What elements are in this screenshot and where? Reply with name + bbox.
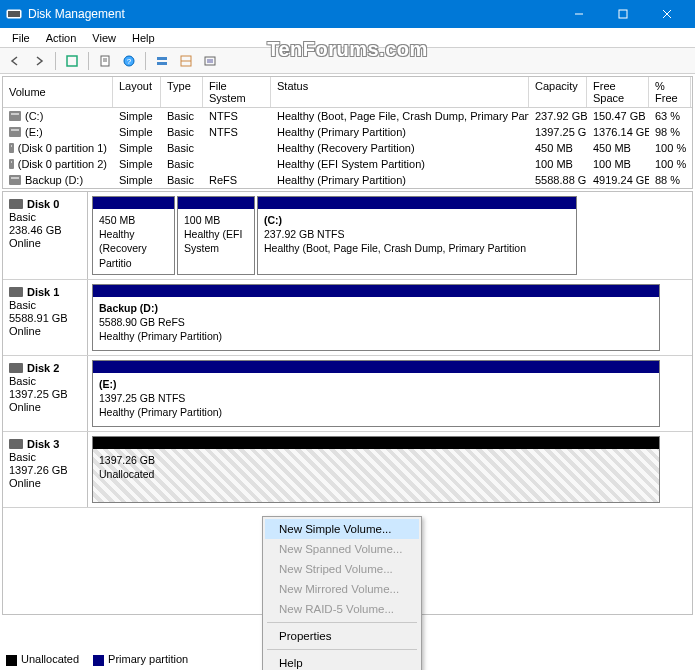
partition-unallocated[interactable]: 1397.26 GBUnallocated [92,436,660,503]
disk-label[interactable]: Disk 3Basic1397.26 GBOnline [3,432,88,507]
legend: Unallocated Primary partition [6,653,188,666]
close-button[interactable] [645,0,689,28]
context-item: New Mirrored Volume... [265,579,419,599]
app-icon [6,6,22,22]
col-layout[interactable]: Layout [113,77,161,107]
volume-row[interactable]: (C:)SimpleBasicNTFSHealthy (Boot, Page F… [3,108,692,124]
col-capacity[interactable]: Capacity [529,77,587,107]
context-item: New RAID-5 Volume... [265,599,419,619]
col-volume[interactable]: Volume [3,77,113,107]
menubar: File Action View Help [0,28,695,48]
partition[interactable]: (C:)237.92 GB NTFSHealthy (Boot, Page Fi… [257,196,577,275]
volume-list-header: Volume Layout Type File System Status Ca… [3,77,692,108]
svg-rect-12 [157,57,167,60]
disk-row: Disk 2Basic1397.25 GBOnline(E:)1397.25 G… [3,356,692,432]
context-separator [267,649,417,650]
tool-icon-1[interactable] [151,50,173,72]
menu-action[interactable]: Action [38,30,85,46]
help-icon[interactable]: ? [118,50,140,72]
drive-icon [9,143,14,153]
col-fs[interactable]: File System [203,77,271,107]
volume-row[interactable]: (Disk 0 partition 2)SimpleBasicHealthy (… [3,156,692,172]
context-item[interactable]: Help [265,653,419,670]
disk-icon [9,439,23,449]
svg-text:?: ? [127,57,132,66]
drive-icon [9,111,21,121]
context-menu: New Simple Volume...New Spanned Volume..… [262,516,422,670]
context-separator [267,622,417,623]
refresh-icon[interactable] [61,50,83,72]
tool-icon-3[interactable] [199,50,221,72]
disk-row: Disk 3Basic1397.26 GBOnline1397.26 GBUna… [3,432,692,508]
context-item: New Spanned Volume... [265,539,419,559]
disk-label[interactable]: Disk 2Basic1397.25 GBOnline [3,356,88,431]
drive-icon [9,175,21,185]
context-item[interactable]: New Simple Volume... [265,519,419,539]
disk-icon [9,199,23,209]
legend-primary-label: Primary partition [108,653,188,665]
col-status[interactable]: Status [271,77,529,107]
disk-label[interactable]: Disk 0Basic238.46 GBOnline [3,192,88,279]
menu-file[interactable]: File [4,30,38,46]
drive-icon [9,127,21,137]
col-pct[interactable]: % Free [649,77,691,107]
disk-label[interactable]: Disk 1Basic5588.91 GBOnline [3,280,88,355]
toolbar: ? [0,48,695,74]
svg-rect-17 [207,59,213,63]
legend-unalloc-label: Unallocated [21,653,79,665]
minimize-button[interactable] [557,0,601,28]
context-item[interactable]: Properties [265,626,419,646]
legend-primary-swatch [93,655,104,666]
tool-icon-2[interactable] [175,50,197,72]
back-button[interactable] [4,50,26,72]
maximize-button[interactable] [601,0,645,28]
col-type[interactable]: Type [161,77,203,107]
svg-rect-13 [157,62,167,65]
titlebar: Disk Management [0,0,695,28]
volume-list: Volume Layout Type File System Status Ca… [2,76,693,189]
disk-row: Disk 1Basic5588.91 GBOnlineBackup (D:)55… [3,280,692,356]
partition[interactable]: 100 MBHealthy (EFI System [177,196,255,275]
svg-rect-6 [67,56,77,66]
volume-row[interactable]: (Disk 0 partition 1)SimpleBasicHealthy (… [3,140,692,156]
forward-button[interactable] [28,50,50,72]
context-item: New Striped Volume... [265,559,419,579]
svg-rect-3 [619,10,627,18]
disk-row: Disk 0Basic238.46 GBOnline450 MBHealthy … [3,192,692,280]
volume-row[interactable]: (E:)SimpleBasicNTFSHealthy (Primary Part… [3,124,692,140]
partition[interactable]: 450 MBHealthy (Recovery Partitio [92,196,175,275]
volume-row[interactable]: Backup (D:)SimpleBasicReFSHealthy (Prima… [3,172,692,188]
disk-icon [9,363,23,373]
partition[interactable]: (E:)1397.25 GB NTFSHealthy (Primary Part… [92,360,660,427]
partition[interactable]: Backup (D:)5588.90 GB ReFSHealthy (Prima… [92,284,660,351]
legend-unalloc-swatch [6,655,17,666]
properties-icon[interactable] [94,50,116,72]
menu-help[interactable]: Help [124,30,163,46]
drive-icon [9,159,14,169]
svg-rect-1 [8,11,20,17]
disk-icon [9,287,23,297]
window-title: Disk Management [28,7,125,21]
menu-view[interactable]: View [84,30,124,46]
col-free[interactable]: Free Space [587,77,649,107]
